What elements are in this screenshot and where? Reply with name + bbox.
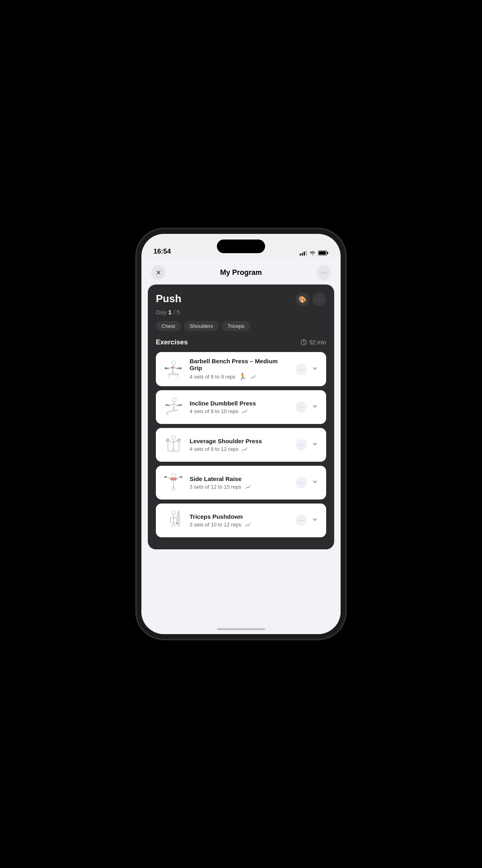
exercise-expand-button-1[interactable] [310, 364, 320, 375]
exercise-card-2: Incline Dumbbell Press 4 sets of 8 to 10… [156, 390, 326, 424]
chart-icon-1 [250, 374, 256, 380]
exercise-expand-button-5[interactable] [310, 515, 320, 526]
chevron-down-icon-2 [312, 403, 318, 409]
chart-icon-4 [245, 484, 251, 490]
header-more-button[interactable]: ··· [317, 265, 331, 280]
svg-line-49 [172, 486, 174, 491]
svg-rect-33 [166, 412, 168, 415]
svg-rect-6 [319, 252, 326, 255]
app-content: ✕ My Program ··· Push 🎨 ··· [141, 259, 341, 634]
exercise-card-1: Barbell Bench Press – Medium Grip 4 sets… [156, 352, 326, 386]
svg-point-22 [172, 398, 176, 402]
svg-rect-67 [176, 523, 178, 524]
workout-name: Push [156, 293, 182, 305]
svg-rect-5 [327, 252, 329, 254]
incline-press-figure [162, 396, 185, 418]
more-dots-icon-5: ··· [299, 518, 304, 523]
more-dots-icon-2: ··· [299, 405, 304, 409]
exercise-right-3: ··· [296, 439, 320, 450]
exercise-figure-4 [162, 471, 185, 494]
exercise-more-button-3[interactable]: ··· [296, 439, 307, 450]
duration-text: 52 min [309, 339, 326, 346]
exercise-more-button-1[interactable]: ··· [296, 364, 307, 375]
palette-button[interactable]: 🎨 [296, 293, 309, 306]
svg-line-60 [174, 521, 175, 527]
exercise-figure-2 [162, 396, 185, 418]
chart-icon-2 [241, 408, 248, 415]
more-dots-icon-4: ··· [299, 480, 304, 485]
chevron-down-icon-3 [312, 441, 318, 447]
shoulder-press-figure [162, 434, 185, 456]
exercise-more-button-2[interactable]: ··· [296, 401, 307, 413]
svg-rect-46 [178, 438, 181, 440]
exercise-figure-5 [162, 509, 185, 532]
exercise-sets-5: 3 sets of 10 to 12 reps [190, 522, 291, 528]
exercises-header: Exercises 52 min [156, 338, 326, 346]
signal-icon [300, 251, 307, 256]
lateral-raise-figure [162, 471, 185, 494]
exercise-right-2: ··· [296, 401, 320, 413]
svg-rect-16 [165, 367, 167, 369]
close-button[interactable]: ✕ [151, 265, 165, 280]
card-header: Push 🎨 ··· [156, 293, 326, 306]
card-more-button[interactable]: ··· [312, 293, 326, 306]
screen: 16:54 [141, 234, 341, 634]
exercise-figure-3 [162, 434, 185, 456]
svg-rect-17 [180, 367, 182, 369]
exercise-info-3: Leverage Shoulder Press 4 sets of 8 to 1… [190, 438, 291, 452]
workout-card: Push 🎨 ··· Day 1 / 5 [148, 285, 334, 549]
exercise-sets-3: 4 sets of 8 to 12 reps [190, 446, 291, 452]
svg-rect-45 [166, 438, 170, 440]
home-indicator [217, 628, 265, 630]
phone-frame: 16:54 [137, 229, 345, 639]
svg-point-34 [172, 436, 176, 440]
tag-chest: Chest [156, 321, 181, 331]
exercise-more-button-4[interactable]: ··· [296, 477, 307, 488]
svg-line-20 [178, 375, 178, 378]
chart-icon-5 [245, 522, 251, 528]
exercise-expand-button-3[interactable] [310, 439, 320, 450]
wifi-icon [309, 251, 316, 256]
exercise-info-4: Side Lateral Raise 3 sets of 12 to 15 re… [190, 475, 291, 490]
svg-rect-0 [300, 254, 301, 256]
exercise-more-button-5[interactable]: ··· [296, 515, 307, 526]
exercise-card-5: Triceps Pushdown 3 sets of 10 to 12 reps… [156, 504, 326, 537]
exercise-info-5: Triceps Pushdown 3 sets of 10 to 12 reps [190, 513, 291, 528]
dynamic-island [217, 240, 265, 253]
exercises-label: Exercises [156, 338, 188, 346]
svg-point-56 [174, 477, 177, 481]
exercise-right-5: ··· [296, 515, 320, 526]
exercise-expand-button-4[interactable] [310, 477, 320, 488]
svg-line-62 [174, 517, 177, 518]
svg-rect-31 [180, 404, 182, 406]
page-title: My Program [220, 268, 262, 277]
chevron-down-icon-4 [312, 479, 318, 485]
svg-point-21 [171, 366, 174, 369]
exercise-card-4: Side Lateral Raise 3 sets of 12 to 15 re… [156, 466, 326, 500]
more-dots-icon-3: ··· [299, 442, 304, 447]
svg-rect-1 [302, 253, 303, 256]
exercise-name-4: Side Lateral Raise [190, 475, 291, 482]
exercise-name-3: Leverage Shoulder Press [190, 438, 291, 444]
chevron-down-icon-1 [312, 365, 318, 372]
triceps-pushdown-figure [162, 509, 185, 532]
status-icons [300, 250, 329, 256]
tag-shoulders: Shoulders [184, 321, 219, 331]
exercise-name-2: Incline Dumbbell Press [190, 400, 291, 407]
battery-icon [318, 250, 329, 256]
tag-triceps: Triceps [222, 321, 250, 331]
svg-rect-18 [168, 373, 179, 375]
svg-point-57 [172, 511, 176, 515]
svg-rect-53 [164, 476, 167, 478]
exercise-expand-button-2[interactable] [310, 401, 320, 413]
svg-line-61 [170, 517, 174, 518]
exercise-info-1: Barbell Bench Press – Medium Grip 4 sets… [190, 358, 291, 381]
exercise-info-2: Incline Dumbbell Press 4 sets of 8 to 10… [190, 400, 291, 415]
more-dots-icon: ··· [317, 297, 322, 303]
exercise-sets-1: 4 sets of 6 to 9 reps 🏃 [190, 373, 291, 381]
svg-rect-2 [304, 252, 305, 256]
muscle-tags: Chest Shoulders Triceps [156, 321, 326, 331]
card-actions: 🎨 ··· [296, 293, 326, 306]
exercise-card-3: Leverage Shoulder Press 4 sets of 8 to 1… [156, 428, 326, 462]
svg-line-50 [174, 486, 175, 491]
